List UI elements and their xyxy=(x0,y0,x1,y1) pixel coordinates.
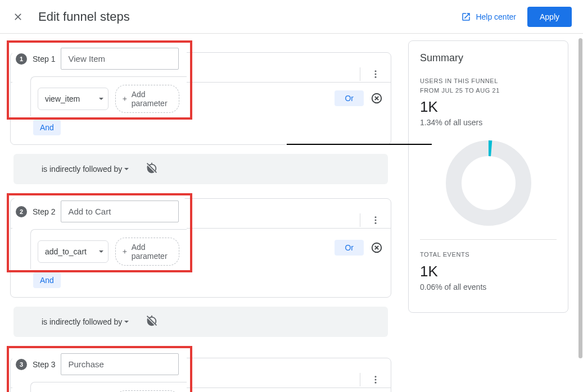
step-connector: is indirectly followed by xyxy=(13,307,388,337)
or-button[interactable]: Or xyxy=(335,90,364,106)
chevron-down-icon xyxy=(99,98,103,100)
dialog-title: Edit funnel steps xyxy=(38,10,461,24)
steps-column: 1 Step 1 view_item Add parameter xyxy=(7,40,395,385)
dialog-header: Edit funnel steps Help center Apply xyxy=(0,0,583,34)
connector-label: is indirectly followed by xyxy=(42,165,122,174)
event-select-label: add_to_cart xyxy=(45,247,87,257)
summary-title: Summary xyxy=(420,52,557,64)
plus-icon xyxy=(121,94,128,103)
event-select[interactable]: view_item xyxy=(38,88,109,110)
step-condition-row: add_to_cart Add parameter xyxy=(30,229,187,269)
help-center-label: Help center xyxy=(476,12,516,21)
timer-off-icon xyxy=(146,314,158,327)
scrollbar[interactable] xyxy=(577,38,583,390)
step-label: Step 3 xyxy=(33,360,55,369)
chevron-down-icon xyxy=(124,168,129,170)
step-label: Step 2 xyxy=(33,207,55,216)
summary-panel: Summary USERS IN THIS FUNNEL FROM JUL 25… xyxy=(408,40,568,313)
timer-toggle[interactable] xyxy=(146,314,158,329)
divider xyxy=(420,239,557,240)
chevron-down-icon xyxy=(99,250,103,253)
connector-select[interactable]: is indirectly followed by xyxy=(42,317,129,326)
svg-point-7 xyxy=(375,222,377,224)
remove-condition-button[interactable] xyxy=(370,241,383,254)
annotation-highlight-step-2: 2 Step 2 add_to_cart Add parameter xyxy=(7,193,192,272)
plus-icon xyxy=(121,247,128,256)
summary-events-count: 1K xyxy=(420,263,557,280)
svg-point-0 xyxy=(372,94,382,103)
step-card: 2 Step 2 add_to_cart Add parameter xyxy=(12,198,187,269)
step-condition-row: purchase Add parameter xyxy=(30,382,187,392)
summary-donut-chart xyxy=(420,138,557,228)
open-in-new-icon xyxy=(461,12,471,22)
step-header: 3 Step 3 xyxy=(12,350,187,382)
step-number-badge: 2 xyxy=(16,206,27,217)
svg-point-4 xyxy=(372,243,382,253)
step-number-badge: 1 xyxy=(16,53,27,65)
apply-button[interactable]: Apply xyxy=(527,7,572,27)
summary-date-range: FROM JUL 25 TO AUG 21 xyxy=(420,86,557,95)
svg-point-3 xyxy=(375,76,377,78)
event-select[interactable]: add_to_cart xyxy=(38,240,109,263)
scrollbar-thumb[interactable] xyxy=(579,38,582,358)
step-menu-button[interactable] xyxy=(360,67,391,81)
chevron-down-icon xyxy=(124,321,129,323)
and-button[interactable]: And xyxy=(33,120,61,135)
svg-point-1 xyxy=(375,70,377,72)
summary-users-label: USERS IN THIS FUNNEL xyxy=(420,76,557,86)
add-parameter-label: Add parameter xyxy=(132,243,170,261)
step-menu-button[interactable] xyxy=(360,373,391,386)
more-vert-icon xyxy=(370,69,381,79)
main-content: 1 Step 1 view_item Add parameter xyxy=(0,34,583,392)
annotation-highlight-step-3: 3 Step 3 purchase Add parameter xyxy=(7,346,192,392)
add-parameter-button[interactable]: Add parameter xyxy=(115,85,179,113)
and-button[interactable]: And xyxy=(33,272,61,288)
event-select-label: view_item xyxy=(45,94,80,104)
svg-point-12 xyxy=(454,148,523,218)
step-condition-row: view_item Add parameter xyxy=(30,76,187,116)
step-header: 2 Step 2 xyxy=(12,198,187,229)
annotation-highlight-step-1: 1 Step 1 view_item Add parameter xyxy=(7,40,192,120)
remove-circle-icon xyxy=(370,241,383,254)
donut-chart-icon xyxy=(444,138,534,228)
more-vert-icon xyxy=(370,375,381,385)
help-center-link[interactable]: Help center xyxy=(461,12,516,22)
timer-off-icon xyxy=(146,162,158,174)
annotation-line xyxy=(287,144,432,145)
connector-select[interactable]: is indirectly followed by xyxy=(42,165,129,174)
svg-point-11 xyxy=(375,382,377,384)
step-name-input[interactable] xyxy=(61,200,179,222)
step-name-input[interactable] xyxy=(61,48,179,70)
timer-toggle[interactable] xyxy=(146,162,158,176)
summary-events-pct: 0.06% of all events xyxy=(420,282,557,291)
remove-circle-icon xyxy=(370,92,383,104)
add-parameter-label: Add parameter xyxy=(132,90,170,108)
svg-point-5 xyxy=(375,216,377,218)
close-icon xyxy=(12,11,24,22)
step-menu-button[interactable] xyxy=(360,213,391,227)
summary-users-pct: 1.34% of all users xyxy=(420,118,557,127)
close-button[interactable] xyxy=(11,10,25,24)
connector-label: is indirectly followed by xyxy=(42,317,122,326)
summary-events-label: TOTAL EVENTS xyxy=(420,250,557,259)
step-number-badge: 3 xyxy=(16,359,27,370)
svg-point-6 xyxy=(375,220,377,221)
or-button[interactable]: Or xyxy=(335,240,364,256)
step-label: Step 1 xyxy=(33,54,55,63)
step-header: 1 Step 1 xyxy=(12,45,187,76)
step-card: 1 Step 1 view_item Add parameter xyxy=(12,45,187,116)
more-vert-icon xyxy=(370,215,381,225)
svg-point-9 xyxy=(375,376,377,377)
step-card: 3 Step 3 purchase Add parameter xyxy=(12,350,187,392)
svg-point-2 xyxy=(375,74,377,75)
summary-users-count: 1K xyxy=(420,98,557,116)
step-connector: is indirectly followed by xyxy=(13,154,388,184)
add-parameter-button[interactable]: Add parameter xyxy=(115,238,179,266)
remove-condition-button[interactable] xyxy=(370,92,383,104)
step-name-input[interactable] xyxy=(61,353,179,375)
svg-point-10 xyxy=(375,379,377,381)
